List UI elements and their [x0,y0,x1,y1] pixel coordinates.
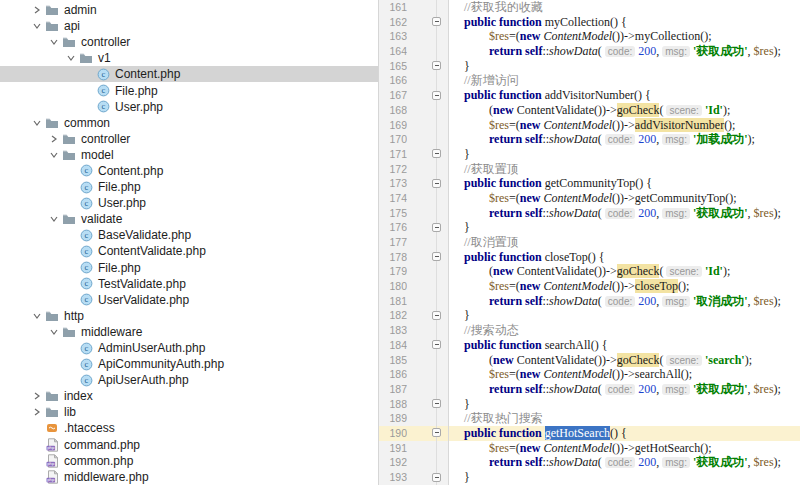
chevron-right-icon[interactable] [30,389,44,403]
tree-item-htaccess[interactable]: .htaccess [0,420,378,436]
tree-item-user-php[interactable]: cUser.php [0,195,378,211]
tree-item-http[interactable]: http [0,308,378,324]
code-text[interactable]: $res=(new ContentModel())->searchAll(); [449,367,800,382]
tree-item-testvalidate-php[interactable]: cTestValidate.php [0,276,378,292]
code-text[interactable]: return self::showData( code: 200, msg: '… [449,382,800,397]
tree-item-middleware[interactable]: middleware [0,324,378,340]
code-text[interactable]: return self::showData( code: 200, msg: '… [449,455,800,470]
code-text[interactable]: } [449,308,800,323]
line-number: 186 [379,367,407,382]
code-text[interactable]: //获取置顶 [449,162,800,177]
code-text[interactable]: return self::showData( code: 200, msg: '… [449,206,800,221]
tree-item-admin[interactable]: admin [0,2,378,18]
tree-item-controller[interactable]: controller [0,131,378,147]
tree-item-v1[interactable]: v1 [0,50,378,66]
fold-collapse-icon[interactable] [432,340,441,349]
tree-item-user-php[interactable]: cUser.php [0,99,378,115]
code-text[interactable]: //获取热门搜索 [449,411,800,426]
line-number: 173 [379,176,407,191]
chevron-down-icon[interactable] [30,19,44,33]
code-text[interactable]: $res=(new ContentModel())->getHotSearch(… [449,441,800,456]
tree-item-uservalidate-php[interactable]: cUserValidate.php [0,292,378,308]
tree-item-common[interactable]: common [0,115,378,131]
code-text[interactable]: } [449,470,800,485]
chevron-down-icon[interactable] [47,35,61,49]
code-text[interactable]: public function closeTop() { [449,250,800,265]
code-text[interactable]: $res=(new ContentModel())->addVisitorNum… [449,118,800,133]
gutter-fold-column [407,59,449,74]
code-line-189: 189//获取热门搜索 [379,411,800,426]
fold-collapse-icon[interactable] [432,428,441,437]
tree-item-file-php[interactable]: cFile.php [0,82,378,98]
code-text[interactable]: $res=(new ContentModel())->myCollection(… [449,29,800,44]
tree-item-contentvalidate-php[interactable]: cContentValidate.php [0,243,378,259]
fold-collapse-icon[interactable] [432,91,441,100]
chevron-down-icon[interactable] [47,325,61,339]
fold-end-icon[interactable] [432,61,441,70]
tree-item-controller[interactable]: controller [0,34,378,50]
code-text[interactable]: //取消置顶 [449,235,800,250]
chevron-down-icon[interactable] [64,51,78,65]
code-text[interactable]: return self::showData( code: 200, msg: '… [449,132,800,147]
tree-item-apiuserauth-php[interactable]: cApiUserAuth.php [0,372,378,388]
code-text[interactable]: $res=(new ContentModel())->getCommunityT… [449,191,800,206]
tree-item-index[interactable]: index [0,388,378,404]
tree-item-api[interactable]: api [0,18,378,34]
gutter-fold-column [407,73,449,88]
code-text[interactable]: public function searchAll() { [449,338,800,353]
code-text[interactable]: //获取我的收藏 [449,0,800,15]
tree-item-file-php[interactable]: cFile.php [0,179,378,195]
chevron-right-icon[interactable] [30,3,44,17]
code-text[interactable]: (new ContentValidate())->goCheck( scene:… [449,353,800,368]
code-text[interactable]: public function addVisitorNumber() { [449,88,800,103]
code-text[interactable]: } [449,147,800,162]
tree-item-lib[interactable]: lib [0,404,378,420]
code-text[interactable]: $res=(new ContentModel())->closeTop(); [449,279,800,294]
tree-item-model[interactable]: model [0,147,378,163]
chevron-down-icon[interactable] [30,309,44,323]
tree-item-file-php[interactable]: cFile.php [0,260,378,276]
chevron-down-icon[interactable] [30,116,44,130]
tree-item-middleware-php[interactable]: phpmiddleware.php [0,469,378,485]
code-text[interactable]: return self::showData( code: 200, msg: '… [449,44,800,59]
tree-item-command-php[interactable]: phpcommand.php [0,437,378,453]
code-text[interactable]: } [449,220,800,235]
fold-end-icon[interactable] [432,223,441,232]
tree-item-basevalidate-php[interactable]: cBaseValidate.php [0,227,378,243]
folder-icon [44,116,60,130]
tree-item-validate[interactable]: validate [0,211,378,227]
gutter-fold-column [407,367,449,382]
fold-end-icon[interactable] [432,399,441,408]
fold-collapse-icon[interactable] [432,179,441,188]
code-text[interactable]: public function getHotSearch() { [449,426,800,441]
chevron-down-icon[interactable] [47,212,61,226]
tree-item-apicommunityauth-php[interactable]: cApiCommunityAuth.php [0,356,378,372]
code-text[interactable]: return self::showData( code: 200, msg: '… [449,294,800,309]
tree-item-common-php[interactable]: phpcommon.php [0,453,378,469]
chevron-down-icon[interactable] [47,148,61,162]
chevron-right-icon[interactable] [30,405,44,419]
folder-icon [61,132,77,146]
code-text[interactable]: (new ContentValidate())->goCheck( scene:… [449,264,800,279]
fold-collapse-icon[interactable] [432,252,441,261]
fold-end-icon[interactable] [432,149,441,158]
code-text[interactable]: //搜索动态 [449,323,800,338]
gutter-fold-column [407,29,449,44]
code-text[interactable]: } [449,397,800,412]
line-number: 188 [379,397,407,412]
code-text[interactable]: //新增访问 [449,73,800,88]
fold-collapse-icon[interactable] [432,17,441,26]
code-text[interactable]: (new ContentValidate())->goCheck( scene:… [449,103,800,118]
tree-item-adminuserauth-php[interactable]: cAdminUserAuth.php [0,340,378,356]
code-text[interactable]: } [449,59,800,74]
line-number: 177 [379,235,407,250]
fold-end-icon[interactable] [432,311,441,320]
line-number: 176 [379,220,407,235]
tree-item-content-php[interactable]: cContent.php [0,66,378,82]
line-number: 172 [379,162,407,177]
code-text[interactable]: public function myCollection() { [449,15,800,30]
fold-end-icon[interactable] [432,473,441,482]
tree-item-content-php[interactable]: cContent.php [0,163,378,179]
code-text[interactable]: public function getCommunityTop() { [449,176,800,191]
chevron-right-icon[interactable] [47,132,61,146]
